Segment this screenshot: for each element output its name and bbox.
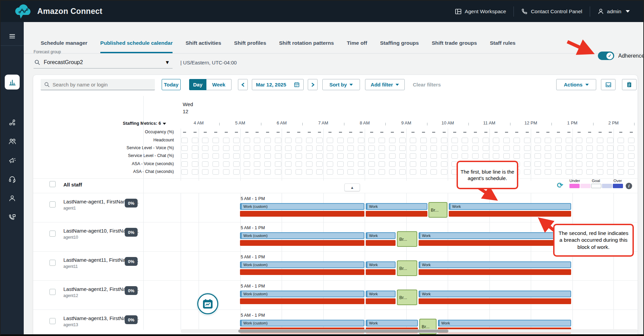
clear-filters-button[interactable]: Clear filters — [413, 79, 441, 90]
tab-shift-profiles[interactable]: Shift profiles — [234, 40, 266, 53]
metric-cell — [358, 145, 364, 151]
schedule-work-bar[interactable]: Work — [449, 203, 571, 210]
sidebar-item-routing[interactable] — [1, 115, 24, 130]
schedule-work-bar[interactable]: Work (custom) — [240, 291, 364, 297]
metric-empty-value — [432, 132, 435, 133]
tab-shift-rotation-patterns[interactable]: Shift rotation patterns — [279, 40, 334, 53]
schedule-work-bar[interactable]: Work — [366, 232, 396, 239]
metric-cell — [316, 161, 323, 167]
schedule-work-bar[interactable]: Work (custom) — [240, 320, 364, 327]
inbox-button[interactable] — [601, 79, 616, 90]
user-menu[interactable]: admin — [590, 6, 637, 17]
clipboard-button[interactable] — [622, 79, 637, 90]
today-button[interactable]: Today — [162, 79, 181, 90]
menu-toggle-button[interactable] — [1, 29, 24, 44]
clipboard-icon — [626, 81, 632, 88]
adherence-breach-bar[interactable] — [240, 298, 364, 304]
tab-shift-trade-groups[interactable]: Shift trade groups — [432, 40, 477, 53]
agent-checkbox[interactable] — [49, 231, 56, 237]
schedule-work-bar[interactable]: Work — [419, 291, 571, 297]
contact-control-panel-button[interactable]: Contact Control Panel — [514, 6, 590, 17]
schedule-work-bar[interactable]: Work (custom) — [240, 261, 364, 268]
adherence-breach-bar[interactable] — [366, 298, 396, 304]
agent-checkbox[interactable] — [49, 318, 56, 324]
schedule-work-bar[interactable]: Work (custom) — [240, 203, 364, 210]
app-window: Amazon Connect Agent Workspace Contact C… — [0, 0, 644, 336]
sidebar-item-contact-lens[interactable] — [1, 210, 24, 225]
collapse-metrics-button[interactable]: ▲ — [344, 183, 360, 191]
agent-workspace-button[interactable]: Agent Workspace — [447, 6, 514, 17]
sidebar-item-support[interactable] — [1, 172, 24, 187]
agent-checkbox[interactable] — [49, 289, 56, 295]
schedule-break-bar[interactable]: Br... — [397, 260, 417, 276]
adherence-toggle[interactable]: ✓ — [598, 52, 614, 60]
metric-cell — [296, 161, 302, 167]
search-input[interactable] — [53, 82, 147, 87]
metric-cell — [628, 145, 635, 151]
schedule-work-bar[interactable]: Work — [366, 203, 427, 210]
staffing-metrics-dropdown[interactable]: Staffing Metrics: 6 — [33, 121, 166, 126]
next-day-button[interactable] — [308, 79, 318, 90]
adherence-breach-bar[interactable] — [419, 240, 571, 246]
info-icon[interactable]: i — [626, 183, 632, 189]
all-staff-checkbox[interactable] — [49, 181, 56, 187]
tab-published-schedule-calendar[interactable]: Published schedule calendar — [100, 40, 173, 53]
schedule-work-bar[interactable]: Work — [419, 232, 571, 239]
schedule-work-bar[interactable]: Work — [366, 320, 418, 327]
scrollbar-thumb[interactable] — [238, 330, 448, 333]
schedule-break-bar[interactable]: Br... — [397, 290, 417, 305]
adherence-breach-bar[interactable] — [419, 269, 571, 275]
adherence-breach-bar[interactable] — [366, 269, 396, 275]
date-picker[interactable]: Mar 12, 2025 — [252, 79, 304, 90]
sidebar-item-users[interactable] — [1, 134, 24, 149]
agent-checkbox[interactable] — [49, 201, 56, 207]
actions-button[interactable]: Actions — [556, 79, 596, 90]
prev-day-button[interactable] — [238, 79, 248, 90]
forecast-group-select[interactable]: ForecastGroup2 ▼ — [34, 56, 173, 68]
adherence-breach-bar[interactable] — [240, 240, 364, 246]
tab-time-off[interactable]: Time off — [347, 40, 367, 53]
metric-cell — [233, 153, 240, 159]
date-value: Mar 12, 2025 — [256, 82, 286, 87]
agent-checkbox[interactable] — [49, 260, 56, 266]
schedule-break-bar[interactable]: Br... — [428, 202, 447, 218]
tab-staffing-groups[interactable]: Staffing groups — [380, 40, 419, 53]
schedule-work-bar[interactable]: Work — [366, 291, 396, 297]
metric-cell — [586, 145, 593, 151]
metric-cell — [410, 145, 416, 151]
schedule-work-bar[interactable]: Work — [438, 320, 571, 327]
tab-shift-activities[interactable]: Shift activities — [185, 40, 221, 53]
sidebar-item-profile[interactable] — [1, 191, 24, 206]
metric-empty-value — [318, 132, 321, 133]
actions-label: Actions — [564, 82, 582, 87]
adherence-breach-bar[interactable] — [240, 211, 364, 217]
schedule-break-bar[interactable]: Br... — [397, 231, 417, 247]
add-filter-button[interactable]: Add filter — [365, 79, 405, 90]
adherence-breach-bar[interactable] — [240, 269, 364, 275]
sidebar-item-announcements[interactable] — [1, 153, 24, 168]
schedule-work-bar[interactable]: Work — [419, 261, 571, 268]
search-field[interactable] — [41, 79, 155, 90]
tab-staff-rules[interactable]: Staff rules — [490, 40, 516, 53]
sidebar-item-analytics[interactable] — [5, 75, 20, 90]
refresh-icon[interactable]: ⟳ — [557, 181, 563, 190]
adherence-breach-bar[interactable] — [419, 298, 571, 304]
sort-by-button[interactable]: Sort by — [322, 79, 360, 90]
adherence-breach-bar[interactable] — [366, 211, 427, 217]
hour-label: 9 AM — [396, 120, 417, 125]
schedule-work-bar[interactable]: Work — [366, 261, 396, 268]
metric-cell — [368, 153, 375, 159]
metric-cell — [379, 153, 385, 159]
metric-cell — [316, 169, 323, 175]
schedule-insights-badge[interactable] — [197, 293, 218, 314]
metric-cell — [566, 145, 572, 151]
adherence-breach-bar[interactable] — [366, 240, 396, 246]
adherence-breach-bar[interactable] — [449, 211, 571, 217]
week-view-button[interactable]: Week — [206, 79, 232, 90]
legend-swatch — [580, 184, 590, 188]
metric-cell — [254, 138, 260, 143]
schedule-work-bar[interactable]: Work (custom) — [240, 232, 364, 239]
metric-cell — [420, 153, 427, 159]
metric-cell — [503, 153, 510, 159]
day-view-button[interactable]: Day — [189, 79, 206, 90]
